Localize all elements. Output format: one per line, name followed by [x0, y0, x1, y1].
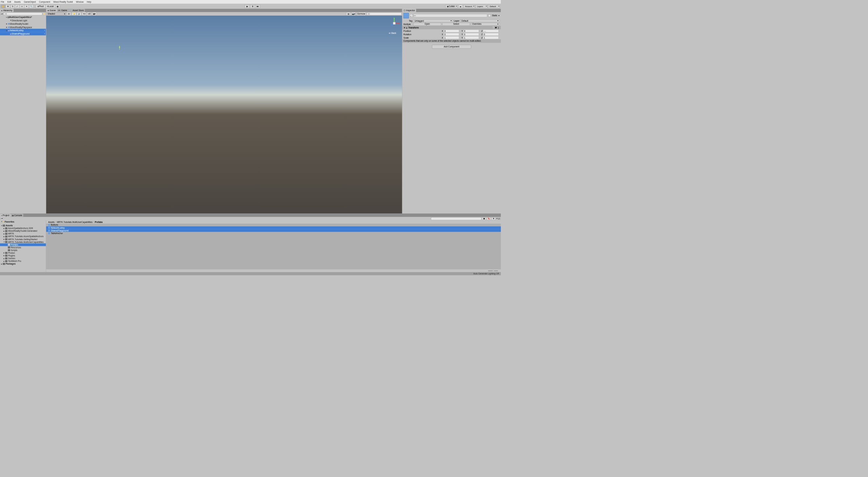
project-create[interactable]: +▾ — [0, 217, 3, 220]
crumb[interactable]: Assets — [48, 221, 55, 223]
scl-x[interactable] — [443, 36, 459, 39]
open-prefab-button[interactable]: Open — [413, 23, 441, 26]
pos-y[interactable] — [463, 29, 479, 33]
rot-x[interactable] — [443, 33, 459, 36]
crumb[interactable]: MRTK.Tutorials.MultiUserCapabilities — [57, 221, 93, 223]
collab-dropdown[interactable]: ◉ Collab — [445, 5, 458, 8]
folder[interactable]: ▶Plugins — [0, 254, 46, 257]
account-dropdown[interactable]: Account — [463, 5, 475, 8]
custom-tool[interactable]: 🔧 — [29, 5, 34, 8]
favorites[interactable]: ▼★ Favorites — [0, 220, 46, 223]
crumb-active[interactable]: Prefabs — [95, 221, 103, 223]
rect-tool[interactable]: ▭ — [20, 5, 24, 8]
inspector-tab[interactable]: ⓘ Inspector — [402, 9, 416, 12]
folder[interactable]: ▶MRTK — [0, 232, 46, 235]
scene-tools-icon[interactable]: ▤ — [346, 12, 351, 15]
hierarchy-create[interactable]: +▾ — [0, 13, 3, 15]
transform-header[interactable]: ▼ ⟀ Transform❔ ⇄ ⋮ — [402, 26, 501, 29]
overrides-dropdown[interactable]: Overrides▾ — [471, 23, 500, 26]
rotate-tool[interactable]: ↻ — [10, 5, 15, 8]
folder[interactable]: ▶MRTK.Tutorials.AzureSpatialAnchors — [0, 235, 46, 238]
game-tab[interactable]: 🎮 Game — [57, 9, 68, 12]
lighting-status[interactable]: Auto Generate Lighting Off — [473, 272, 499, 275]
transform-tool[interactable]: ✦ — [24, 5, 29, 8]
search-by-label[interactable]: 🔖 — [486, 217, 491, 220]
hierarchy-tab[interactable]: ≡ Hierarchy — [0, 9, 14, 12]
pos-x[interactable] — [443, 29, 459, 33]
toggle-2d[interactable]: 2D — [66, 12, 71, 15]
move-tool[interactable]: ✥ — [5, 5, 10, 8]
static-checkbox[interactable] — [488, 15, 491, 17]
hierarchy-item[interactable]: ☀ Directional Light — [0, 19, 46, 22]
object-name-field[interactable]: — — [414, 14, 487, 17]
file-item-sel[interactable]: SharedPlayground — [46, 229, 501, 232]
file-item[interactable]: TableAnchor — [46, 232, 501, 234]
hand-tool[interactable]: ✋ — [1, 5, 5, 8]
packages-root[interactable]: ▶Packages — [0, 263, 46, 265]
menu-component[interactable]: Component — [39, 1, 50, 3]
scene-light-gizmo[interactable] — [117, 44, 122, 49]
shading-mode[interactable]: Shaded▾ — [46, 13, 66, 15]
asset-store-tab[interactable]: 🛒 Asset Store — [68, 9, 85, 12]
rot-z[interactable] — [483, 33, 499, 36]
active-checkbox[interactable]: ✓ — [410, 15, 412, 17]
toggle-grid[interactable]: ▦▾ — [92, 12, 97, 15]
menu-file[interactable]: File — [1, 1, 4, 3]
menu-help[interactable]: Help — [87, 1, 91, 3]
project-search[interactable] — [431, 217, 482, 220]
add-component-button[interactable]: Add Component — [432, 45, 471, 49]
axis-gizmo[interactable]: yx — [388, 17, 400, 29]
hierarchy-filter[interactable]: ⚡ — [43, 13, 45, 15]
scl-y[interactable] — [463, 36, 479, 39]
folder[interactable]: ▶MixedRealityToolkit.Generated — [0, 230, 46, 232]
select-prefab-button[interactable]: Select — [442, 23, 470, 26]
layer-dropdown[interactable]: Default▾ — [460, 19, 500, 22]
scene-tab[interactable]: ⊞ Scene — [46, 9, 57, 12]
file-item[interactable]: Buttons — [46, 224, 501, 226]
gizmos-dropdown[interactable]: Gizmos ▾ — [356, 12, 366, 15]
toggle-audio[interactable]: 🔊 — [77, 12, 81, 15]
snap-toggle[interactable]: ▦ — [55, 5, 60, 8]
pivot-toggle[interactable]: ⊕ Pivot — [36, 5, 45, 8]
pause-button[interactable]: ⏸ — [250, 5, 255, 8]
rot-y[interactable] — [463, 33, 479, 36]
folder[interactable]: ▶AzureSpatialAnchors.SDK — [0, 227, 46, 230]
tag-dropdown[interactable]: Untagged▾ — [414, 19, 453, 22]
scene-root[interactable]: ▼⊡ MultiUserCapabilities* — [0, 16, 46, 19]
toggle-lighting[interactable]: 💡 — [72, 12, 76, 15]
menu-assets[interactable]: Assets — [14, 1, 21, 3]
layers-dropdown[interactable]: Layers — [475, 5, 488, 8]
thumbnail-size-slider[interactable] — [488, 270, 498, 271]
project-tab[interactable]: ▪ Project — [0, 214, 11, 217]
folder-sel[interactable]: Prefabs — [0, 243, 46, 246]
toggle-fx[interactable]: ✦▾ — [82, 12, 86, 15]
menu-gameobject[interactable]: GameObject — [24, 1, 36, 3]
hierarchy-item-sel[interactable]: ▣ SharedPlayground› — [0, 32, 46, 36]
scl-z[interactable] — [483, 36, 499, 39]
folder[interactable]: ▶Scenes — [0, 257, 46, 260]
folder[interactable]: Resources — [0, 246, 46, 249]
scale-tool[interactable]: ⤢ — [15, 5, 20, 8]
assets-root[interactable]: ▼Assets — [0, 224, 46, 227]
scene-camera[interactable]: 📷▾ — [351, 12, 356, 15]
local-toggle[interactable]: ⟲ Local — [45, 5, 55, 8]
menu-edit[interactable]: Edit — [7, 1, 11, 3]
scene-search[interactable] — [367, 13, 402, 15]
search-by-type[interactable]: ▣ — [482, 217, 487, 220]
menu-window[interactable]: Window — [76, 1, 84, 3]
file-item-sel[interactable]: NetworkLobby — [46, 226, 501, 229]
folder[interactable]: ▼MRTK.Tutorials.MultiUserCapabilities — [0, 241, 46, 243]
pos-z[interactable] — [483, 29, 499, 33]
hierarchy-item[interactable]: ▶▣ MixedRealityToolkit — [0, 22, 46, 25]
folder[interactable]: ▶Photon — [0, 252, 46, 254]
hierarchy-item-sel[interactable]: ▶▣ NetworkLobby› — [0, 29, 46, 32]
folder[interactable]: ▶TextMesh Pro — [0, 260, 46, 263]
hidden-packages[interactable]: ⊘16 — [496, 217, 500, 220]
cloud-button[interactable]: ☁ — [458, 5, 463, 8]
layout-dropdown[interactable]: Default — [488, 5, 500, 8]
play-button[interactable]: ▶ — [244, 5, 250, 8]
hierarchy-search[interactable] — [3, 13, 42, 15]
folder[interactable]: ▶MRTK.Tutorials.GettingStarted — [0, 238, 46, 241]
favorite-search[interactable]: ★ — [491, 217, 496, 220]
step-button[interactable]: ⏭ — [255, 5, 261, 8]
